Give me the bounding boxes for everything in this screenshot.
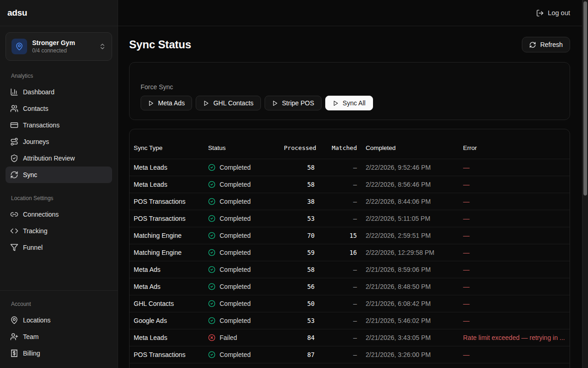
force-sync-card: Force Sync Meta Ads GHL Contacts xyxy=(129,62,570,120)
matched-cell: – xyxy=(319,317,362,324)
processed-cell: 58 xyxy=(280,266,319,273)
status-icon xyxy=(208,164,215,171)
content: Sync Status Refresh Force Sync Meta Ads xyxy=(118,26,582,368)
sidebar-item-label: Contacts xyxy=(23,105,48,112)
status-cell: Completed xyxy=(204,164,280,171)
sync-type-cell: Google Ads xyxy=(130,317,204,324)
status-cell: Completed xyxy=(204,266,280,273)
error-cell: — xyxy=(459,215,570,222)
sidebar-item[interactable]: Funnel xyxy=(6,239,112,256)
refresh-button[interactable]: Refresh xyxy=(522,37,570,52)
sidebar-item-label: Journeys xyxy=(23,138,49,145)
status-cell: Completed xyxy=(204,249,280,256)
force-sync-button[interactable]: Stripe POS xyxy=(265,96,322,110)
status-icon xyxy=(208,249,215,256)
status-icon xyxy=(208,215,215,222)
table-row: Meta Leads Completed 58 – 2/22/2026, 9:5… xyxy=(130,159,570,176)
status-cell: Completed xyxy=(204,283,280,290)
logout-button[interactable]: Log out xyxy=(536,9,570,17)
table-body: Meta Leads Completed 58 – 2/22/2026, 9:5… xyxy=(130,159,570,368)
processed-cell: 58 xyxy=(280,181,319,188)
location-pin-icon xyxy=(11,39,27,54)
sidebar-item[interactable]: Dashboard xyxy=(6,84,112,100)
sidebar-item[interactable]: Tracking xyxy=(6,223,112,239)
error-cell: — xyxy=(459,164,570,171)
location-selector[interactable]: Stronger Gym 0/4 connected xyxy=(6,32,112,61)
locations-icon xyxy=(10,316,18,324)
status-label: Completed xyxy=(220,351,251,358)
table-row: Matching Engine Completed 70 15 2/22/202… xyxy=(130,227,570,244)
scrollbar-track[interactable] xyxy=(582,0,588,368)
table-row: Meta Leads Failed 84 – 2/21/2026, 3:43:0… xyxy=(130,329,570,346)
status-icon xyxy=(208,317,215,324)
matched-cell: – xyxy=(319,266,362,273)
completed-cell: 2/22/2026, 8:44:06 PM xyxy=(362,198,459,205)
matched-cell: – xyxy=(319,334,362,341)
journeys-icon xyxy=(10,138,18,146)
app-logo: adsu xyxy=(7,8,27,18)
sidebar-item[interactable]: Team xyxy=(6,328,112,345)
table-row: Google Ads Completed 53 – 2/21/2026, 5:4… xyxy=(130,312,570,329)
completed-cell: 2/22/2026, 5:11:05 PM xyxy=(362,215,459,222)
sidebar-item-label: Team xyxy=(23,333,39,340)
table-row: Meta Ads Completed 56 – 2/21/2026, 8:48:… xyxy=(130,278,570,295)
status-label: Completed xyxy=(220,181,251,188)
sidebar-item-label: Funnel xyxy=(23,244,43,251)
error-cell: — xyxy=(459,232,570,239)
table-row: GHL Contacts Completed 50 – 2/21/2026, 6… xyxy=(130,295,570,312)
status-label: Completed xyxy=(220,232,251,239)
attribution-icon xyxy=(10,154,18,162)
column-header-matched: Matched xyxy=(319,144,362,151)
sidebar-item[interactable]: Contacts xyxy=(6,100,112,117)
table-header-row: Sync Type Status Processed Matched Compl… xyxy=(130,137,570,159)
sidebar-item[interactable]: Transactions xyxy=(6,117,112,133)
sidebar-item[interactable]: Attribution Review xyxy=(6,150,112,167)
status-label: Completed xyxy=(220,164,251,171)
status-label: Completed xyxy=(220,249,251,256)
sync-type-cell: POS Transactions xyxy=(130,351,204,358)
matched-cell: – xyxy=(319,198,362,205)
sidebar-item-label: Connections xyxy=(23,211,59,218)
status-icon xyxy=(208,198,215,205)
sidebar-item[interactable]: Locations xyxy=(6,312,112,328)
sidebar-item[interactable]: Sync xyxy=(6,167,112,183)
sidebar-item[interactable]: Billing xyxy=(6,345,112,362)
status-icon xyxy=(208,181,215,188)
force-sync-button[interactable]: Sync All xyxy=(325,96,373,110)
logout-icon xyxy=(536,9,544,17)
processed-cell: 56 xyxy=(280,283,319,290)
sidebar-item[interactable]: Connections xyxy=(6,206,112,223)
topbar: Log out xyxy=(118,0,582,26)
refresh-icon xyxy=(529,41,536,48)
play-icon xyxy=(203,100,209,106)
sync-table-card: Sync Type Status Processed Matched Compl… xyxy=(129,129,570,368)
sidebar-item-label: Attribution Review xyxy=(23,155,75,162)
section-label-account: Account xyxy=(11,301,107,307)
force-sync-button[interactable]: GHL Contacts xyxy=(196,96,260,110)
completed-cell: 2/22/2026, 12:29:58 PM xyxy=(362,249,459,256)
matched-cell: – xyxy=(319,164,362,171)
processed-cell: 59 xyxy=(280,249,319,256)
sync-icon xyxy=(10,171,18,179)
error-cell: — xyxy=(459,351,570,358)
status-icon xyxy=(208,334,215,341)
completed-cell: 2/22/2026, 2:59:51 PM xyxy=(362,232,459,239)
processed-cell: 50 xyxy=(280,300,319,307)
status-icon xyxy=(208,266,215,273)
column-header-sync-type: Sync Type xyxy=(130,144,204,151)
play-icon xyxy=(148,100,154,106)
error-cell: — xyxy=(459,198,570,205)
sidebar-item-label: Dashboard xyxy=(23,88,55,96)
scrollbar-thumb[interactable] xyxy=(583,1,587,196)
force-sync-button[interactable]: Meta Ads xyxy=(141,96,192,110)
nav-analytics: Dashboard Contacts Transactions Journeys xyxy=(6,84,112,183)
dashboard-icon xyxy=(10,88,18,96)
matched-cell: – xyxy=(319,351,362,358)
sync-type-cell: Meta Ads xyxy=(130,266,204,273)
sidebar: adsu Stronger Gym 0/4 connected Analytic… xyxy=(0,0,118,368)
status-label: Completed xyxy=(220,198,251,205)
completed-cell: 2/21/2026, 5:46:02 PM xyxy=(362,317,459,324)
sync-type-cell: GHL Contacts xyxy=(130,300,204,307)
sidebar-item[interactable]: Journeys xyxy=(6,133,112,150)
error-cell: — xyxy=(459,283,570,290)
